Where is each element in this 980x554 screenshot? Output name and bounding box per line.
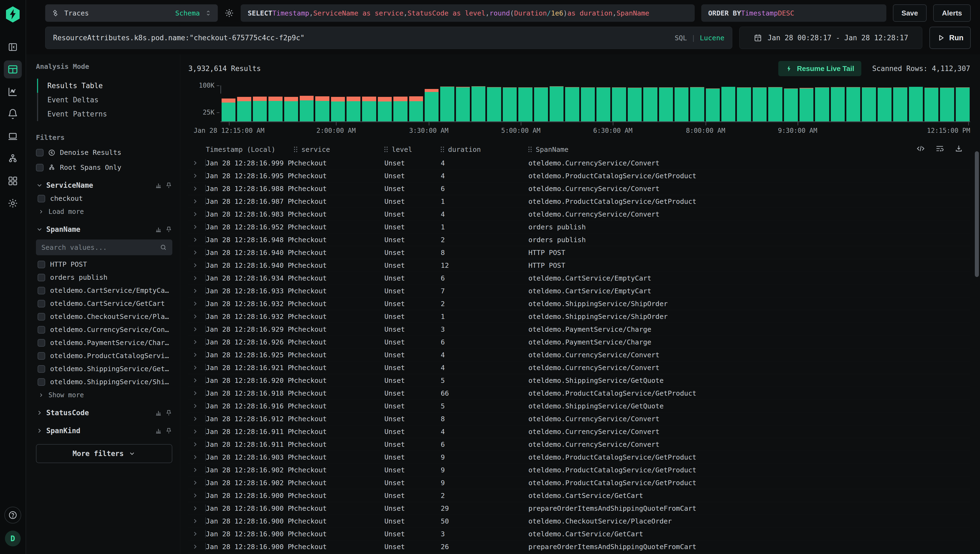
col-service[interactable]: service [294, 146, 384, 153]
histogram-bar[interactable] [612, 88, 626, 121]
filter-value-checkbox[interactable] [38, 274, 45, 281]
table-row[interactable]: Jan 28 12:28:16.900 PMcheckoutUnset50ote… [188, 515, 970, 528]
expand-row-chevron-icon[interactable] [192, 159, 199, 167]
filter-value-row[interactable]: oteldemo.CurrencyService/Con… [36, 326, 172, 334]
user-avatar[interactable]: D [5, 530, 21, 546]
table-row[interactable]: Jan 28 12:28:16.948 PMcheckoutUnset2orde… [188, 234, 970, 246]
servicename-load-more[interactable]: Load more [36, 208, 172, 215]
histogram-bar[interactable] [487, 87, 501, 121]
histogram-bar[interactable] [221, 99, 236, 121]
histogram-bar[interactable] [300, 96, 314, 121]
expand-row-chevron-icon[interactable] [192, 441, 199, 448]
filter-value-row[interactable]: oteldemo.PaymentService/Char… [36, 339, 172, 347]
download-icon[interactable] [955, 144, 963, 153]
expand-row-chevron-icon[interactable] [192, 185, 199, 192]
histogram-bar[interactable] [721, 87, 735, 122]
filter-value-checkbox[interactable] [38, 326, 45, 334]
mini-chart-icon[interactable] [155, 409, 162, 416]
expand-row-chevron-icon[interactable] [192, 505, 199, 512]
histogram-bar[interactable] [534, 88, 548, 121]
table-row[interactable]: Jan 28 12:28:16.933 PMcheckoutUnset7otel… [188, 285, 970, 298]
filter-value-row[interactable]: orders publish [36, 274, 172, 281]
drag-grip-icon[interactable] [384, 146, 388, 152]
filter-value-checkbox[interactable] [38, 261, 45, 268]
histogram-bar[interactable] [440, 86, 454, 121]
histogram-bar[interactable] [753, 88, 766, 121]
histogram-bar[interactable] [409, 96, 423, 121]
table-row[interactable]: Jan 28 12:28:16.921 PMcheckoutUnset4otel… [188, 361, 970, 374]
filter-value-row[interactable]: checkout [36, 194, 172, 202]
client-sessions-icon[interactable] [4, 127, 22, 145]
filter-value-row[interactable]: oteldemo.CartService/EmptyCa… [36, 287, 172, 295]
histogram-bar[interactable] [565, 87, 579, 121]
histogram-bar[interactable] [893, 88, 907, 121]
table-row[interactable]: Jan 28 12:28:16.929 PMcheckoutUnset3otel… [188, 323, 970, 336]
histogram-bar[interactable] [674, 88, 688, 121]
denoise-checkbox[interactable] [36, 149, 43, 156]
expand-row-chevron-icon[interactable] [192, 275, 199, 282]
denoise-results-toggle[interactable]: Denoise Results [36, 148, 172, 156]
table-row[interactable]: Jan 28 12:28:16.999 PMcheckoutUnset4otel… [188, 157, 970, 170]
table-row[interactable]: Jan 28 12:28:16.940 PMcheckoutUnset12HTT… [188, 259, 970, 272]
table-row[interactable]: Jan 28 12:28:16.900 PMcheckoutUnset2otel… [188, 489, 970, 502]
filter-value-checkbox[interactable] [38, 352, 45, 360]
histogram-bar[interactable] [831, 87, 845, 121]
histogram-bar[interactable] [581, 88, 595, 121]
expand-row-chevron-icon[interactable] [192, 479, 199, 486]
histogram-bar[interactable] [643, 88, 657, 121]
histogram-bar[interactable] [378, 97, 392, 121]
alerts-bell-icon[interactable] [4, 105, 22, 123]
histogram-bar[interactable] [268, 97, 282, 121]
expand-row-chevron-icon[interactable] [192, 236, 199, 243]
resume-live-tail-button[interactable]: Resume Live Tail [778, 61, 861, 76]
filter-value-checkbox[interactable] [38, 195, 45, 202]
settings-gear-icon[interactable] [4, 194, 22, 212]
schema-toggle[interactable]: Schema [175, 9, 200, 17]
table-row[interactable]: Jan 28 12:28:16.903 PMcheckoutUnset9otel… [188, 451, 970, 464]
histogram-bar[interactable] [425, 89, 438, 121]
expand-row-chevron-icon[interactable] [192, 492, 199, 499]
histogram-bar[interactable] [518, 88, 532, 121]
view-source-code-icon[interactable] [916, 144, 925, 153]
table-row[interactable]: Jan 28 12:28:16.920 PMcheckoutUnset5otel… [188, 374, 970, 387]
filter-value-row[interactable]: oteldemo.ShippingService/Get… [36, 365, 172, 373]
table-row[interactable]: Jan 28 12:28:16.987 PMcheckoutUnset1otel… [188, 195, 970, 208]
histogram-bar[interactable] [456, 87, 470, 121]
expand-row-chevron-icon[interactable] [192, 262, 199, 269]
histogram-bar[interactable] [237, 97, 251, 121]
table-row[interactable]: Jan 28 12:28:16.916 PMcheckoutUnset5otel… [188, 400, 970, 412]
filter-value-row[interactable]: oteldemo.CheckoutService/Pla… [36, 313, 172, 320]
drag-grip-icon[interactable] [294, 146, 298, 152]
table-row[interactable]: Jan 28 12:28:16.932 PMcheckoutUnset1otel… [188, 310, 970, 323]
date-range-picker[interactable]: Jan 28 00:28:17 - Jan 28 12:28:17 [739, 27, 922, 49]
histogram-bar[interactable] [331, 97, 345, 121]
search-results-table-icon[interactable] [4, 60, 22, 78]
pin-icon[interactable] [165, 427, 172, 434]
expand-row-chevron-icon[interactable] [192, 339, 199, 345]
histogram-bar[interactable] [628, 88, 642, 121]
table-row[interactable]: Jan 28 12:28:16.934 PMcheckoutUnset6otel… [188, 272, 970, 285]
mini-chart-icon[interactable] [155, 182, 162, 189]
spanname-show-more[interactable]: Show more [36, 391, 172, 399]
expand-row-chevron-icon[interactable] [192, 364, 199, 371]
histogram-bar[interactable] [878, 88, 892, 121]
histogram-bar[interactable] [284, 97, 298, 121]
root-spans-checkbox[interactable] [36, 164, 43, 172]
expand-row-chevron-icon[interactable] [192, 543, 199, 550]
expand-row-chevron-icon[interactable] [192, 377, 199, 384]
expand-row-chevron-icon[interactable] [192, 390, 199, 397]
expand-row-chevron-icon[interactable] [192, 198, 199, 205]
table-row[interactable]: Jan 28 12:28:16.988 PMcheckoutUnset6otel… [188, 182, 970, 195]
services-hierarchy-icon[interactable] [4, 150, 22, 168]
spankind-section-header[interactable]: SpanKind [36, 427, 172, 435]
analysis-mode-event-deltas[interactable]: Event Deltas [37, 93, 172, 107]
table-row[interactable]: Jan 28 12:28:16.900 PMcheckoutUnset26pre… [188, 540, 970, 553]
mini-chart-icon[interactable] [155, 226, 162, 233]
filter-value-row[interactable]: oteldemo.ProductCatalogServi… [36, 352, 172, 360]
wrap-lines-icon[interactable] [935, 144, 944, 153]
help-icon[interactable] [4, 507, 21, 524]
histogram-bar[interactable] [924, 88, 939, 121]
source-settings-gear-icon[interactable] [224, 8, 234, 18]
expand-row-chevron-icon[interactable] [192, 287, 199, 295]
table-row[interactable]: Jan 28 12:28:16.911 PMcheckoutUnset6otel… [188, 438, 970, 451]
